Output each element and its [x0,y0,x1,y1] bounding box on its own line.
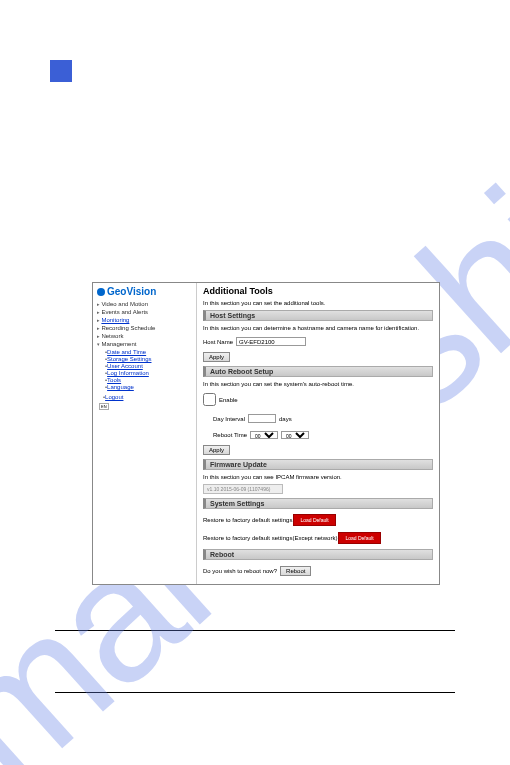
host-name-label: Host Name [203,339,233,345]
page-marker [50,60,72,82]
nav-recording-schedule[interactable]: Recording Schedule [97,325,192,331]
nav-language[interactable]: Language [105,384,192,390]
system-settings-head: System Settings [203,498,433,509]
page-intro: In this section you can set the addition… [203,300,433,306]
reboot-head: Reboot [203,549,433,560]
app-window: GeoVision Video and Motion Events and Al… [92,282,440,585]
restore-default-except-net-label: Restore to factory default settings(Exce… [203,535,337,541]
brand: GeoVision [97,286,192,297]
sidebar: GeoVision Video and Motion Events and Al… [93,283,197,584]
nav-management[interactable]: Management Date and Time Storage Setting… [97,341,192,390]
nav-date-time[interactable]: Date and Time [105,349,192,355]
host-settings-head: Host Settings [203,310,433,321]
nav-monitoring[interactable]: Monitoring [97,317,192,323]
host-desc: In this section you can determine a host… [203,325,433,331]
days-label: days [279,416,292,422]
host-name-input[interactable] [236,337,306,346]
load-default-button[interactable]: Load Default [294,515,334,525]
nav-logout[interactable]: Logout [103,394,192,400]
nav-log-information[interactable]: Log Information [105,370,192,376]
lang-badge[interactable]: EN [99,403,109,410]
host-apply-button[interactable]: Apply [203,352,230,362]
brand-text: GeoVision [107,286,156,297]
day-interval-input[interactable] [248,414,276,423]
firmware-desc: In this section you can see IPCAM firmwa… [203,474,433,480]
reboot-time-label: Reboot Time [213,432,247,438]
brand-icon [97,288,105,296]
nav-storage-settings[interactable]: Storage Settings [105,356,192,362]
reboot-button[interactable]: Reboot [280,566,311,576]
reboot-min-select[interactable]: 00 [281,431,309,439]
divider [55,630,455,631]
day-interval-label: Day Interval [213,416,245,422]
auto-reboot-desc: In this section you can set the system's… [203,381,433,387]
nav-events-alerts[interactable]: Events and Alerts [97,309,192,315]
nav-tools[interactable]: Tools [105,377,192,383]
reboot-question: Do you wish to reboot now? [203,568,277,574]
load-default-except-net-button[interactable]: Load Default [339,533,379,543]
nav-user-account[interactable]: User Account [105,363,192,369]
reboot-apply-button[interactable]: Apply [203,445,230,455]
divider [55,692,455,693]
auto-reboot-head: Auto Reboot Setup [203,366,433,377]
nav-network[interactable]: Network [97,333,192,339]
firmware-head: Firmware Update [203,459,433,470]
enable-label: Enable [219,397,238,403]
reboot-hour-select[interactable]: 00 [250,431,278,439]
firmware-version: v1.10 2015-06-09 (1107496) [203,484,283,494]
restore-default-label: Restore to factory default settings [203,517,292,523]
main-content: Additional Tools In this section you can… [197,283,439,584]
enable-checkbox[interactable] [203,393,216,406]
nav-video-motion[interactable]: Video and Motion [97,301,192,307]
page-title: Additional Tools [203,286,433,296]
